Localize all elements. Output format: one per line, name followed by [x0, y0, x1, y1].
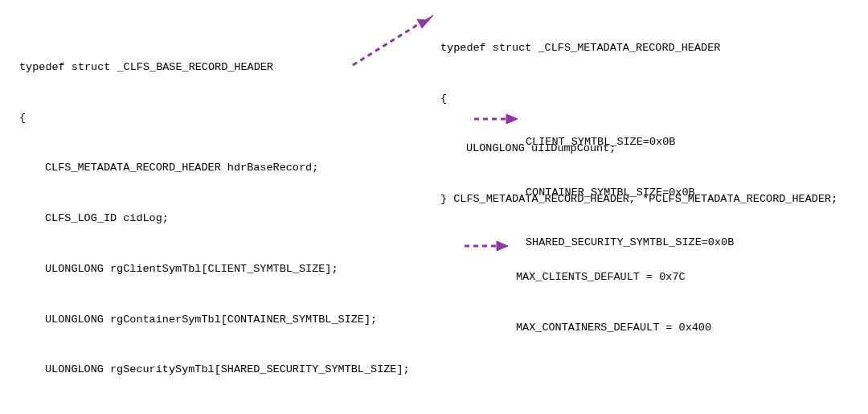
svg-marker-3 [506, 114, 518, 124]
arrow-to-metadata-icon [350, 12, 438, 68]
max-clients-default: MAX_CLIENTS_DEFAULT = 0x7C [516, 269, 711, 286]
client-symtbl-size: CLIENT_SYMTBL_SIZE=0x0B [526, 134, 734, 151]
svg-marker-5 [497, 241, 508, 251]
metadata-typedef-line: typedef struct _CLFS_METADATA_RECORD_HEA… [440, 40, 837, 57]
arrow-to-symtbl-icon [473, 113, 519, 125]
svg-marker-1 [417, 15, 433, 28]
member-4: ULONGLONG rgSecuritySymTbl[SHARED_SECURI… [19, 362, 410, 379]
member-1: CLFS_LOG_ID cidLog; [19, 211, 410, 227]
member-2: ULONGLONG rgClientSymTbl[CLIENT_SYMTBL_S… [19, 261, 410, 278]
member-0: CLFS_METADATA_RECORD_HEADER hdrBaseRecor… [19, 160, 410, 177]
container-symtbl-size: CONTAINER_SYMTBL_SIZE=0x0B [526, 185, 734, 202]
svg-line-0 [353, 20, 425, 65]
max-defaults-block: MAX_CLIENTS_DEFAULT = 0x7C MAX_CONTAINER… [516, 236, 711, 353]
open-brace: { [19, 110, 410, 127]
member-3: ULONGLONG rgContainerSymTbl[CONTAINER_SY… [19, 312, 410, 329]
max-containers-default: MAX_CONTAINERS_DEFAULT = 0x400 [516, 320, 711, 337]
base-record-struct: typedef struct _CLFS_BASE_RECORD_HEADER … [19, 26, 410, 414]
arrow-to-maxdefaults-icon [463, 240, 510, 252]
